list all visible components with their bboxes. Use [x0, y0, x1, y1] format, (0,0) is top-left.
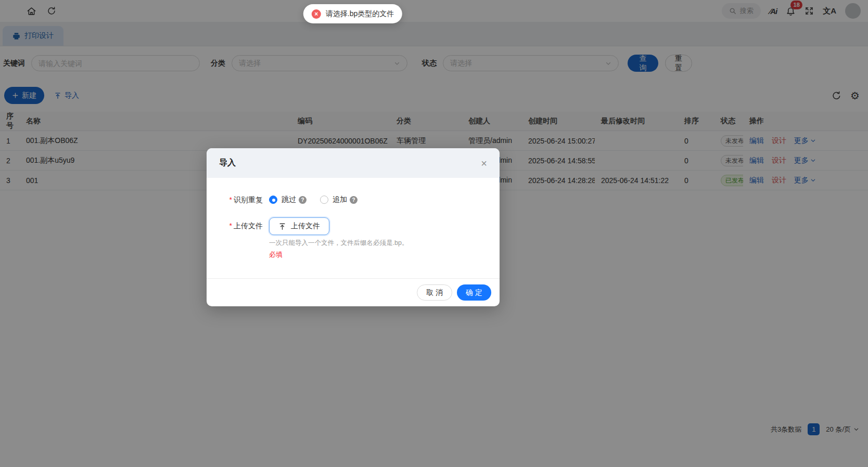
upload-icon [278, 223, 286, 230]
cancel-button[interactable]: 取 消 [417, 284, 452, 301]
upload-label: *上传文件 [222, 217, 263, 260]
radio-skip[interactable]: 跳过 ? [269, 195, 307, 204]
dialog-body: *识别重复 跳过 ? 追加 ? *上传文件 [207, 178, 500, 271]
dedupe-radio-group: 跳过 ? 追加 ? [269, 195, 358, 204]
error-toast: × 请选择.bp类型的文件 [303, 4, 402, 23]
upload-hint-text: 一次只能导入一个文件，文件后缀名必须是.bp。 [269, 239, 408, 248]
dialog-header: 导入 × [207, 148, 500, 178]
ok-button[interactable]: 确 定 [457, 284, 491, 301]
radio-selected-icon [269, 196, 277, 204]
question-icon[interactable]: ? [350, 196, 358, 204]
required-error-text: 必填 [269, 250, 408, 260]
dialog-title: 导入 [219, 158, 236, 168]
import-dialog: 导入 × *识别重复 跳过 ? 追加 ? *上传文件 [207, 148, 500, 306]
radio-append[interactable]: 追加 ? [320, 195, 358, 204]
upload-file-button[interactable]: 上传文件 [269, 217, 329, 235]
question-icon[interactable]: ? [299, 196, 307, 204]
toast-message: 请选择.bp类型的文件 [326, 9, 394, 19]
close-icon[interactable]: × [481, 158, 487, 168]
dialog-footer: 取 消 确 定 [207, 278, 500, 306]
dedupe-label: *识别重复 [222, 191, 263, 208]
error-icon: × [312, 9, 321, 19]
radio-unselected-icon [320, 196, 328, 204]
